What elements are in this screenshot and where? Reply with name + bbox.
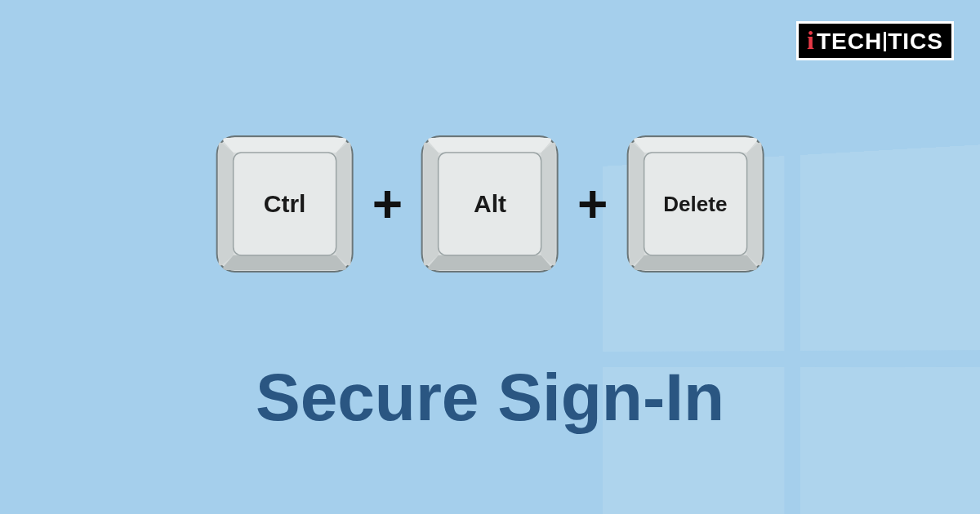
brand-part1: TECH — [817, 30, 882, 53]
brand-prefix: i — [807, 27, 815, 53]
keycap-ctrl: Ctrl — [216, 135, 354, 273]
key-label-delete: Delete — [663, 192, 727, 217]
keycap-alt: Alt — [421, 135, 559, 273]
key-label-ctrl: Ctrl — [264, 190, 306, 218]
plus-separator: + — [577, 178, 608, 230]
brand-divider — [884, 32, 886, 51]
brand-part2: TICS — [888, 30, 943, 53]
page-title: Secure Sign-In — [256, 359, 724, 436]
plus-separator: + — [372, 178, 403, 230]
brand-logo: i TECH TICS — [796, 21, 954, 60]
keyboard-shortcut-row: Ctrl + Alt + Delete — [216, 135, 765, 273]
key-label-alt: Alt — [474, 190, 506, 218]
keycap-delete: Delete — [626, 135, 764, 273]
